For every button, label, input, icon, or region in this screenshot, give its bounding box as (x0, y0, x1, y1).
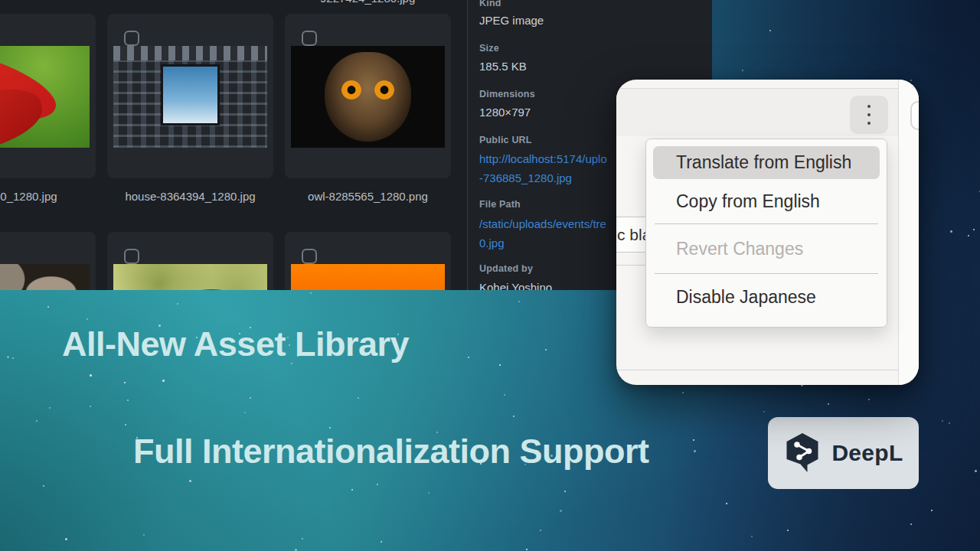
updated-by-label: Updated by (479, 263, 533, 274)
flower-thumbnail (0, 46, 90, 148)
asset-card-tree[interactable] (107, 232, 273, 290)
asset-checkbox[interactable] (302, 31, 317, 46)
public-url-label: Public URL (479, 135, 532, 145)
asset-filename: house-8364394_1280.jpg (107, 190, 273, 203)
deepl-badge: DeepL (768, 417, 919, 489)
kind-value: JPEG image (479, 14, 544, 27)
dimensions-value: 1280×797 (479, 106, 531, 119)
asset-card-stones[interactable] (0, 232, 96, 290)
asset-card-owl[interactable] (285, 14, 451, 178)
more-vertical-icon (867, 105, 871, 125)
orange-thumbnail (291, 264, 445, 290)
menu-item-revert-changes: Revert Changes (653, 224, 880, 273)
updated-by-value: Kohei Yoshino (479, 281, 552, 290)
headline-i18n-support: Full Internationalization Support (133, 432, 648, 471)
owl-thumbnail (291, 46, 445, 148)
dialog-header-divider (616, 88, 899, 89)
size-value: 185.5 KB (479, 60, 527, 73)
asset-checkbox[interactable] (302, 249, 317, 264)
row-divider (616, 265, 646, 266)
kind-label: Kind (479, 0, 501, 8)
asset-filename: owl-8285565_1280.png (285, 190, 451, 203)
deepl-logo-icon (783, 432, 822, 474)
asset-library-window: 9227424_1280.jpg 60_1280.jpg house-83643… (0, 0, 712, 290)
asset-filename: 60_1280.jpg (0, 190, 57, 203)
context-menu: Translate from English Copy from English… (645, 139, 887, 328)
translation-dialog: c bla Translate from English Copy from E… (616, 80, 919, 385)
asset-checkbox[interactable] (124, 249, 139, 264)
public-url-link[interactable]: http://localhost:5174/uplo (479, 152, 607, 165)
asset-card-orange[interactable] (285, 232, 451, 290)
public-url-link[interactable]: -736885_1280.jpg (479, 171, 572, 184)
size-label: Size (479, 43, 499, 54)
menu-item-disable-japanese[interactable]: Disable Japanese (653, 274, 880, 320)
dimensions-label: Dimensions (479, 89, 535, 99)
file-path-link[interactable]: /static/uploads/events/tre (479, 217, 606, 230)
deepl-brand-text: DeepL (831, 440, 903, 466)
menu-item-translate-from-english[interactable]: Translate from English (653, 146, 880, 179)
dialog-footer-divider (616, 370, 898, 370)
tree-thumbnail (113, 264, 267, 290)
asset-card-flower[interactable] (0, 14, 96, 178)
text-field-fragment[interactable]: c bla (616, 217, 646, 253)
headline-asset-library: All-New Asset Library (62, 324, 409, 364)
asset-card-house[interactable] (107, 14, 273, 178)
more-options-button[interactable] (850, 96, 888, 134)
asset-filename-clipped: 9227424_1280.jpg (320, 0, 415, 5)
stones-thumbnail (0, 264, 90, 290)
asset-checkbox[interactable] (124, 31, 139, 46)
house-thumbnail (113, 46, 267, 148)
file-path-link[interactable]: 0.jpg (479, 236, 505, 249)
file-path-label: File Path (479, 199, 521, 210)
menu-item-copy-from-english[interactable]: Copy from English (653, 179, 880, 223)
clipped-side-button[interactable] (910, 101, 919, 130)
